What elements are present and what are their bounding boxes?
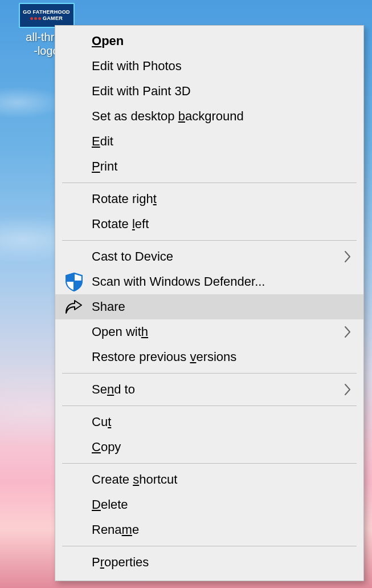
file-thumbnail: GO FATHERHOOD GAMER <box>19 3 75 28</box>
menu-item-edit[interactable]: Edit <box>55 129 363 154</box>
menu-item-cast[interactable]: Cast to Device <box>55 244 363 269</box>
menu-item-share[interactable]: Share <box>55 294 363 319</box>
menu-item-rename[interactable]: Rename <box>55 517 363 542</box>
shield-icon <box>63 271 85 293</box>
menu-item-set-bg[interactable]: Set as desktop background <box>55 104 363 129</box>
menu-item-label: Copy <box>92 440 352 455</box>
menu-item-label: Edit with Photos <box>92 59 352 74</box>
menu-separator <box>62 463 357 464</box>
menu-item-label: Delete <box>92 497 352 512</box>
menu-item-label: Edit <box>92 134 352 149</box>
menu-item-label: Cast to Device <box>92 249 343 264</box>
menu-item-label: Rename <box>92 522 352 537</box>
menu-item-delete[interactable]: Delete <box>55 492 363 517</box>
menu-item-label: Scan with Windows Defender... <box>92 274 352 289</box>
share-icon <box>63 296 85 318</box>
menu-item-open[interactable]: Open <box>55 29 363 54</box>
menu-item-label: Open with <box>92 325 343 339</box>
menu-item-label: Edit with Paint 3D <box>92 84 352 99</box>
menu-item-open-with[interactable]: Open with <box>55 319 363 344</box>
menu-item-label: Open <box>92 34 352 48</box>
menu-item-label: Send to <box>92 382 343 397</box>
menu-item-edit-paint3d[interactable]: Edit with Paint 3D <box>55 79 363 104</box>
menu-item-label: Set as desktop background <box>92 109 352 124</box>
menu-item-create-shortcut[interactable]: Create shortcut <box>55 467 363 492</box>
menu-item-label: Restore previous versions <box>92 350 352 364</box>
menu-separator <box>62 405 357 406</box>
thumbnail-line2: GAMER <box>43 15 63 22</box>
menu-item-cut[interactable]: Cut <box>55 409 363 435</box>
menu-separator <box>62 546 357 546</box>
menu-item-label: Create shortcut <box>92 472 352 487</box>
menu-item-rotate-left[interactable]: Rotate left <box>55 212 363 237</box>
menu-item-label: Share <box>92 299 352 314</box>
menu-item-copy[interactable]: Copy <box>55 435 363 460</box>
menu-separator <box>62 183 357 183</box>
menu-item-edit-photos[interactable]: Edit with Photos <box>55 54 363 79</box>
thumbnail-line1: GO FATHERHOOD <box>23 9 70 15</box>
menu-item-send-to[interactable]: Send to <box>55 377 363 402</box>
menu-item-label: Cut <box>92 415 352 429</box>
menu-item-label: Print <box>92 159 352 174</box>
chevron-right-icon <box>343 382 352 398</box>
menu-item-label: Properties <box>92 555 352 570</box>
chevron-right-icon <box>343 249 352 265</box>
menu-item-print[interactable]: Print <box>55 154 363 179</box>
menu-item-restore[interactable]: Restore previous versions <box>55 344 363 370</box>
menu-item-label: Rotate left <box>92 217 352 232</box>
context-menu: OpenEdit with PhotosEdit with Paint 3DSe… <box>55 25 364 581</box>
menu-separator <box>62 240 357 241</box>
menu-item-label: Rotate right <box>92 192 352 206</box>
menu-item-rotate-right[interactable]: Rotate right <box>55 186 363 212</box>
menu-item-defender[interactable]: Scan with Windows Defender... <box>55 269 363 294</box>
chevron-right-icon <box>343 324 352 340</box>
thumbnail-dots-icon <box>30 17 41 20</box>
menu-separator <box>62 373 357 374</box>
menu-item-properties[interactable]: Properties <box>55 550 363 575</box>
